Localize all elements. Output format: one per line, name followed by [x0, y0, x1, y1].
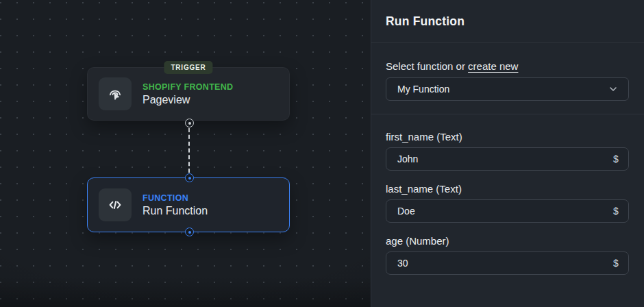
field-last-name-input-wrap: $: [386, 199, 629, 223]
create-new-link[interactable]: create new: [468, 60, 518, 72]
chevron-down-icon: [608, 84, 619, 95]
cursor-click-icon: [106, 85, 124, 103]
trigger-node[interactable]: TRIGGER SHOPIFY FRONTEND Pageview: [87, 67, 290, 121]
field-first-name-input[interactable]: [386, 148, 606, 170]
field-last-name-label: last_name (Text): [386, 183, 629, 195]
field-last-name-input[interactable]: [386, 200, 606, 222]
panel-header: Run Function: [371, 0, 644, 43]
trigger-badge: TRIGGER: [164, 61, 212, 74]
field-first-name-label: first_name (Text): [386, 131, 629, 143]
function-node[interactable]: FUNCTION Run Function: [87, 177, 290, 232]
trigger-output-handle[interactable]: [185, 119, 194, 127]
trigger-title: Pageview: [143, 94, 233, 106]
field-age-input[interactable]: [386, 252, 606, 274]
function-type-label: FUNCTION: [143, 193, 208, 203]
function-select-value: My Function: [397, 84, 449, 95]
field-age-label: age (Number): [386, 235, 629, 247]
function-input-handle[interactable]: [185, 173, 194, 182]
panel-title: Run Function: [386, 14, 465, 29]
field-age-input-wrap: $: [386, 251, 629, 275]
field-last-name-variable-button[interactable]: $: [606, 201, 626, 221]
function-select-section: Select function or create new My Functio…: [371, 43, 644, 114]
function-select-dropdown[interactable]: My Function: [386, 77, 629, 101]
select-function-label-text: Select function or: [386, 60, 465, 72]
workflow-canvas[interactable]: TRIGGER SHOPIFY FRONTEND Pageview: [0, 0, 371, 307]
edge-connector: [188, 128, 190, 173]
function-output-handle[interactable]: [185, 228, 194, 236]
field-first-name: first_name (Text) $: [386, 131, 629, 171]
trigger-icon-box: [99, 77, 132, 110]
code-icon: [106, 196, 124, 214]
field-last-name: last_name (Text) $: [386, 183, 629, 223]
field-age-variable-button[interactable]: $: [606, 254, 626, 273]
field-age: age (Number) $: [386, 235, 629, 275]
field-first-name-variable-button[interactable]: $: [606, 149, 626, 169]
function-icon-box: [99, 188, 132, 221]
function-title: Run Function: [143, 205, 208, 217]
select-function-label: Select function or create new: [386, 60, 629, 72]
field-first-name-input-wrap: $: [386, 147, 629, 171]
function-fields-section: first_name (Text) $ last_name (Text) $ a…: [371, 114, 644, 287]
config-panel: Run Function Select function or create n…: [371, 0, 644, 307]
trigger-type-label: SHOPIFY FRONTEND: [143, 82, 233, 92]
